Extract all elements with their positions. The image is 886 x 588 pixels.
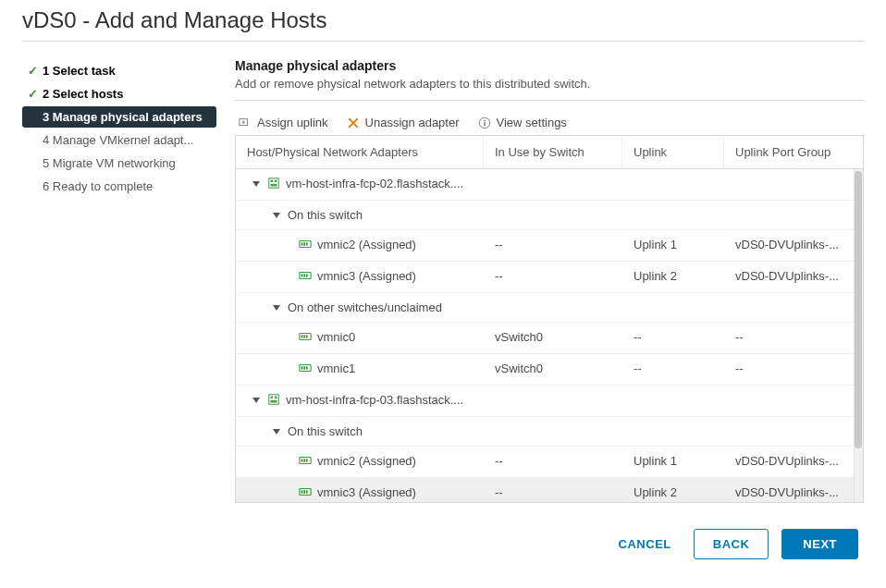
svg-rect-17	[301, 335, 303, 338]
group-label: On this switch	[288, 208, 363, 222]
view-settings-button[interactable]: View settings	[478, 116, 567, 129]
table-row[interactable]: vm-host-infra-fcp-03.flashstack....	[236, 386, 863, 417]
cell-uplink-port-group	[724, 417, 863, 447]
svg-rect-10	[303, 242, 305, 246]
wizard-step-5: 5 Migrate VM networking	[22, 153, 216, 174]
table-row[interactable]: vmnic2 (Assigned)--Uplink 1vDS0-DVUplink…	[236, 447, 863, 478]
svg-rect-7	[271, 184, 277, 187]
svg-rect-25	[271, 397, 274, 399]
table-row[interactable]: vmnic1vSwitch0----	[236, 354, 863, 386]
table-row[interactable]: On other switches/unclaimed	[236, 293, 863, 323]
unassign-adapter-button[interactable]: Unassign adapter	[347, 116, 460, 129]
cell-in-use-by-switch	[484, 386, 622, 417]
svg-rect-6	[275, 180, 277, 183]
cell-uplink: Uplink 1	[622, 230, 724, 262]
cell-uplink	[622, 169, 724, 201]
adapter-name: vmnic3 (Assigned)	[317, 269, 416, 283]
svg-rect-5	[271, 180, 274, 183]
host-name: vm-host-infra-fcp-03.flashstack....	[286, 393, 463, 407]
cell-uplink-port-group	[724, 169, 863, 201]
table-row[interactable]: vmnic2 (Assigned)--Uplink 1vDS0-DVUplink…	[236, 230, 863, 262]
svg-rect-33	[301, 490, 303, 494]
cell-in-use-by-switch	[484, 417, 622, 447]
wizard-step-label: 6 Ready to complete	[43, 179, 153, 193]
cell-uplink	[622, 417, 724, 447]
host-name: vm-host-infra-fcp-02.flashstack....	[286, 177, 463, 190]
cell-uplink	[622, 293, 724, 323]
section-description: Add or remove physical network adapters …	[235, 77, 864, 101]
cell-uplink: --	[622, 354, 724, 386]
wizard-step-2[interactable]: ✓2 Select hosts	[22, 83, 216, 104]
cell-uplink	[622, 201, 724, 230]
svg-rect-19	[306, 335, 308, 338]
cell-uplink-port-group: vDS0-DVUplinks-...	[724, 230, 863, 262]
col-in-use-by-switch[interactable]: In Use by Switch	[484, 136, 622, 168]
svg-rect-18	[303, 335, 305, 338]
adapter-name: vmnic1	[317, 361, 355, 375]
toolbar: Assign uplink Unassign adapter View sett…	[235, 110, 864, 135]
wizard-step-6: 6 Ready to complete	[22, 176, 216, 197]
cell-in-use-by-switch	[484, 169, 622, 201]
svg-rect-21	[301, 366, 303, 370]
col-uplink-port-group[interactable]: Uplink Port Group	[724, 136, 863, 168]
wizard-step-label: 2 Select hosts	[43, 87, 123, 101]
unassign-adapter-icon	[347, 116, 360, 129]
assign-uplink-icon	[239, 116, 252, 129]
expand-icon[interactable]	[273, 429, 280, 435]
cell-in-use-by-switch: --	[484, 230, 622, 262]
wizard-step-1[interactable]: ✓1 Select task	[22, 60, 216, 81]
col-host-adapters[interactable]: Host/Physical Network Adapters	[236, 136, 484, 168]
group-label: On this switch	[288, 424, 363, 438]
wizard-step-3[interactable]: 3 Manage physical adapters	[22, 106, 216, 128]
svg-rect-3	[484, 122, 485, 126]
svg-rect-14	[303, 274, 305, 277]
adapter-name: vmnic0	[317, 330, 355, 344]
cell-in-use-by-switch	[484, 201, 622, 230]
svg-rect-35	[306, 490, 308, 494]
view-settings-label: View settings	[497, 116, 567, 129]
svg-rect-9	[301, 242, 303, 246]
table-row[interactable]: vmnic3 (Assigned)--Uplink 2vDS0-DVUplink…	[236, 262, 863, 293]
expand-icon[interactable]	[273, 305, 280, 311]
group-label: On other switches/unclaimed	[288, 300, 442, 314]
wizard-step-label: 4 Manage VMkernel adapt...	[43, 133, 193, 147]
cell-in-use-by-switch: --	[484, 478, 622, 502]
table-row[interactable]: vmnic3 (Assigned)--Uplink 2vDS0-DVUplink…	[236, 478, 863, 502]
cell-uplink: Uplink 2	[622, 478, 724, 502]
nic-icon	[299, 454, 312, 470]
wizard-step-4: 4 Manage VMkernel adapt...	[22, 129, 216, 151]
col-uplink[interactable]: Uplink	[622, 136, 724, 168]
wizard-step-label: 3 Manage physical adapters	[43, 110, 203, 124]
cell-uplink-port-group: --	[724, 323, 863, 354]
back-button[interactable]: BACK	[694, 529, 769, 559]
table-row[interactable]: On this switch	[236, 417, 863, 447]
expand-icon[interactable]	[273, 213, 280, 218]
cell-uplink-port-group: vDS0-DVUplinks-...	[724, 262, 863, 293]
svg-rect-24	[269, 395, 279, 405]
cancel-button[interactable]: CANCEL	[609, 530, 681, 558]
expand-icon[interactable]	[252, 181, 260, 187]
cell-uplink: Uplink 1	[622, 447, 724, 478]
scrollbar-track[interactable]	[854, 169, 863, 502]
cell-uplink-port-group	[724, 293, 863, 323]
cell-uplink: --	[622, 323, 724, 354]
wizard-step-label: 1 Select task	[43, 64, 116, 78]
cell-uplink-port-group: vDS0-DVUplinks-...	[724, 478, 863, 502]
cell-in-use-by-switch: vSwitch0	[484, 323, 622, 354]
svg-rect-22	[303, 366, 305, 370]
wizard-steps: ✓1 Select task✓2 Select hosts3 Manage ph…	[22, 58, 216, 563]
svg-rect-11	[306, 242, 308, 246]
next-button[interactable]: NEXT	[781, 529, 858, 559]
checkmark-icon: ✓	[28, 87, 43, 101]
checkmark-icon: ✓	[28, 64, 43, 78]
cell-in-use-by-switch	[484, 293, 622, 323]
table-row[interactable]: vmnic0vSwitch0----	[236, 323, 863, 354]
table-row[interactable]: On this switch	[236, 201, 863, 230]
scrollbar-thumb[interactable]	[855, 171, 862, 448]
section-title: Manage physical adapters	[235, 58, 864, 73]
assign-uplink-button[interactable]: Assign uplink	[239, 116, 328, 129]
expand-icon[interactable]	[252, 398, 260, 403]
adapters-table: Host/Physical Network Adapters In Use by…	[235, 135, 864, 503]
cell-uplink-port-group	[724, 201, 863, 230]
table-row[interactable]: vm-host-infra-fcp-02.flashstack....	[236, 169, 863, 201]
